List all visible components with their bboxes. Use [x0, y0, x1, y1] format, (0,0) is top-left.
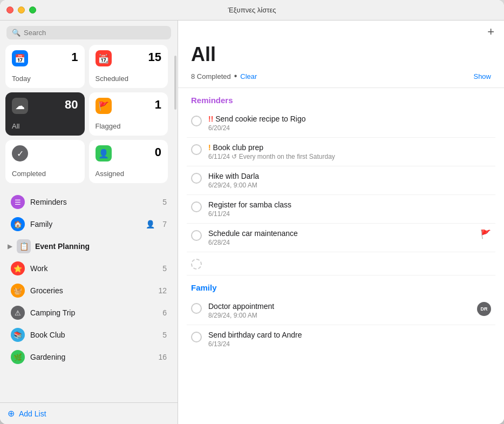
main-header: + — [178, 21, 504, 43]
reminder-item-r5[interactable]: Schedule car maintenance 6/28/24 🚩 — [187, 224, 495, 252]
minimize-button[interactable] — [18, 6, 25, 14]
list-title: All — [191, 43, 491, 66]
sidebar-item-groceries[interactable]: 🧺 Groceries 12 — [3, 280, 174, 301]
sidebar-item-gardening[interactable]: 🌿 Gardening 16 — [3, 346, 174, 368]
reminder-item-new[interactable] — [187, 252, 495, 275]
traffic-lights — [6, 6, 36, 14]
group-chevron-icon: ▶ — [8, 243, 12, 250]
reminder-checkbox-f1[interactable] — [191, 303, 202, 314]
sidebar-item-camping-trip[interactable]: ⚠ Camping Trip 6 — [3, 302, 174, 324]
dot-separator: • — [234, 71, 237, 81]
assigned-icon: 👤 — [96, 145, 112, 161]
search-icon: 🔍 — [12, 29, 21, 37]
reminder-item-f1[interactable]: Doctor appointment 8/29/24, 9:00 AM DR — [187, 297, 495, 325]
reminder-checkbox-r2[interactable] — [191, 144, 202, 155]
reminder-item-f2[interactable]: Send birthday card to Andre 6/13/24 — [187, 325, 495, 353]
reminder-title-r1: !! Send cookie recipe to Rigo — [208, 115, 491, 123]
reminder-date-r4: 6/11/24 — [208, 210, 491, 218]
list-title-area: All — [178, 43, 504, 69]
title-bar: Έξυπνες λίστες — [0, 0, 504, 21]
smart-tile-completed[interactable]: ✓ Completed — [5, 140, 85, 183]
camping-label: Camping Trip — [30, 308, 157, 317]
reminder-title-f2: Send birthday card to Andre — [208, 331, 491, 339]
assigned-count: 0 — [155, 145, 161, 159]
completed-count-text: 8 Completed — [191, 72, 231, 80]
maximize-button[interactable] — [29, 6, 36, 14]
reminders-count: 5 — [162, 198, 167, 206]
reminder-checkbox-f2[interactable] — [191, 332, 202, 342]
reminder-title-f1: Doctor appointment — [208, 302, 471, 311]
work-list-icon: ⭐ — [11, 261, 25, 275]
sidebar-item-work[interactable]: ⭐ Work 5 — [3, 258, 174, 279]
completed-icon: ✓ — [12, 145, 28, 161]
all-icon: ☁ — [12, 98, 28, 114]
sidebar-item-book-club[interactable]: 📚 Book Club 5 — [3, 324, 174, 346]
reminder-body-r3: Hike with Darla 6/29/24, 9:00 AM — [208, 172, 491, 189]
close-button[interactable] — [6, 6, 13, 14]
scheduled-icon: 📆 — [96, 50, 112, 66]
reminder-checkbox-r5[interactable] — [191, 230, 202, 241]
main-content: 🔍 📅 1 Today — [0, 21, 504, 424]
work-count: 5 — [162, 264, 167, 273]
book-club-list-icon: 📚 — [11, 328, 25, 342]
clear-button[interactable]: Clear — [240, 72, 257, 80]
reminder-title-r2: ! Book club prep — [208, 143, 491, 152]
search-bar[interactable]: 🔍 — [6, 26, 171, 39]
reminder-body-r2: ! Book club prep 6/11/24 ↺ Every month o… — [208, 143, 491, 160]
add-reminder-button[interactable]: + — [487, 26, 494, 38]
camping-count: 6 — [162, 308, 167, 317]
event-planning-icon: 📋 — [17, 239, 31, 253]
reminder-date-f1: 8/29/24, 9:00 AM — [208, 312, 471, 319]
reminder-item-r3[interactable]: Hike with Darla 6/29/24, 9:00 AM — [187, 166, 495, 195]
scheduled-label: Scheduled — [96, 75, 162, 83]
sidebar-item-event-planning[interactable]: ▶ 📋 Event Planning — [0, 235, 178, 257]
event-planning-label: Event Planning — [35, 242, 170, 251]
reminder-date-r1: 6/20/24 — [208, 124, 491, 132]
reminder-checkbox-r3[interactable] — [191, 173, 202, 184]
search-input[interactable] — [24, 29, 166, 37]
family-label: Family — [30, 220, 140, 228]
reminder-body-r1: !! Send cookie recipe to Rigo 6/20/24 — [208, 115, 491, 132]
reminders-list-icon: ☰ — [11, 195, 25, 209]
section-header-family: Family — [187, 275, 495, 297]
reminder-item-r1[interactable]: !! Send cookie recipe to Rigo 6/20/24 — [187, 109, 495, 138]
reminder-checkbox-new[interactable] — [191, 259, 202, 270]
smart-tile-flagged[interactable]: 🚩 1 Flagged — [89, 92, 168, 136]
gardening-list-icon: 🌿 — [11, 350, 25, 364]
reminder-item-r2[interactable]: ! Book club prep 6/11/24 ↺ Every month o… — [187, 138, 495, 166]
reminder-date-r5: 6/28/24 — [208, 239, 474, 246]
reminder-checkbox-r4[interactable] — [191, 201, 202, 212]
app-window: Έξυπνες λίστες 🔍 📅 1 Today — [0, 0, 504, 424]
avatar-badge-dr: DR — [477, 302, 491, 316]
show-button[interactable]: Show — [473, 72, 491, 80]
smart-tile-scheduled[interactable]: 📆 15 Scheduled — [89, 45, 168, 88]
reminder-body-f1: Doctor appointment 8/29/24, 9:00 AM — [208, 302, 471, 319]
flag-icon-r5: 🚩 — [480, 229, 491, 239]
list-section: ☰ Reminders 5 🏠 Family 👤 7 ▶ 📋 Event Pla… — [0, 189, 178, 402]
scroll-indicator — [174, 56, 176, 110]
today-count: 1 — [71, 50, 78, 64]
sidebar-item-family[interactable]: 🏠 Family 👤 7 — [3, 213, 174, 235]
recurring-icon-r2: ↺ — [231, 153, 239, 160]
sidebar-item-reminders[interactable]: ☰ Reminders 5 — [3, 191, 174, 213]
reminder-item-r4[interactable]: Register for samba class 6/11/24 — [187, 195, 495, 224]
section-header-reminders: Reminders — [187, 88, 495, 109]
gardening-label: Gardening — [30, 353, 153, 361]
today-label: Today — [12, 75, 78, 83]
smart-tile-today[interactable]: 📅 1 Today — [5, 45, 85, 88]
smart-lists: 📅 1 Today 📆 15 Scheduled — [0, 45, 173, 189]
reminder-body-f2: Send birthday card to Andre 6/13/24 — [208, 331, 491, 348]
smart-tile-assigned[interactable]: 👤 0 Assigned — [89, 140, 168, 183]
all-label: All — [12, 122, 78, 130]
work-label: Work — [30, 264, 157, 273]
smart-tile-all[interactable]: ☁ 80 All — [5, 92, 85, 136]
add-list-label: Add List — [19, 409, 46, 418]
assigned-label: Assigned — [96, 170, 162, 178]
reminder-body-r5: Schedule car maintenance 6/28/24 — [208, 229, 474, 246]
flagged-label: Flagged — [96, 122, 162, 130]
book-club-count: 5 — [162, 331, 167, 339]
add-list-button[interactable]: ⊕ Add List — [0, 402, 178, 424]
reminder-checkbox-r1[interactable] — [191, 116, 202, 126]
reminder-title-r4: Register for samba class — [208, 200, 491, 209]
family-count: 7 — [162, 220, 167, 228]
